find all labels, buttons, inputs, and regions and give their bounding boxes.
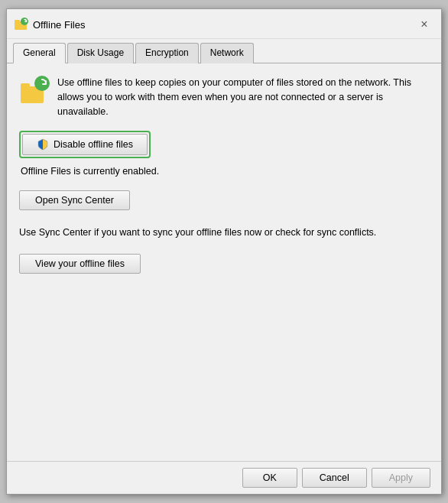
svg-point-5	[34, 76, 50, 91]
info-description: Use offline files to keep copies on your…	[57, 76, 429, 118]
disable-offline-files-button[interactable]: Disable offline files	[22, 134, 148, 155]
disable-btn-label: Disable offline files	[54, 139, 133, 150]
apply-button[interactable]: Apply	[372, 468, 430, 488]
title-bar-left: Offline Files	[15, 18, 85, 31]
disable-button-wrapper: Disable offline files	[19, 131, 151, 158]
ok-button[interactable]: OK	[242, 468, 297, 488]
tabs-bar: General Disk Usage Encryption Network	[7, 39, 441, 63]
offline-files-window: Offline Files × General Disk Usage Encry…	[6, 8, 442, 495]
window-title: Offline Files	[33, 19, 85, 31]
sync-description: Use Sync Center if you want to sync your…	[19, 226, 429, 240]
title-bar: Offline Files ×	[7, 9, 441, 39]
shield-icon	[37, 138, 49, 151]
close-button[interactable]: ×	[415, 15, 433, 34]
view-offline-files-button[interactable]: View your offline files	[19, 254, 141, 274]
cancel-button[interactable]: Cancel	[302, 468, 367, 488]
tab-content: Use offline files to keep copies on your…	[7, 63, 441, 461]
tab-disk-usage[interactable]: Disk Usage	[67, 43, 134, 63]
svg-point-2	[21, 18, 28, 25]
open-sync-center-button[interactable]: Open Sync Center	[19, 190, 130, 210]
tab-network[interactable]: Network	[200, 43, 254, 63]
folder-refresh-icon	[19, 76, 50, 106]
svg-rect-4	[21, 83, 30, 88]
tab-encryption[interactable]: Encryption	[135, 43, 199, 63]
tab-general[interactable]: General	[13, 43, 66, 63]
status-text: Offline Files is currently enabled.	[21, 166, 429, 177]
footer-bar: OK Cancel Apply	[7, 461, 441, 494]
window-icon	[15, 18, 28, 31]
info-section: Use offline files to keep copies on your…	[19, 76, 429, 118]
svg-rect-1	[15, 20, 20, 23]
